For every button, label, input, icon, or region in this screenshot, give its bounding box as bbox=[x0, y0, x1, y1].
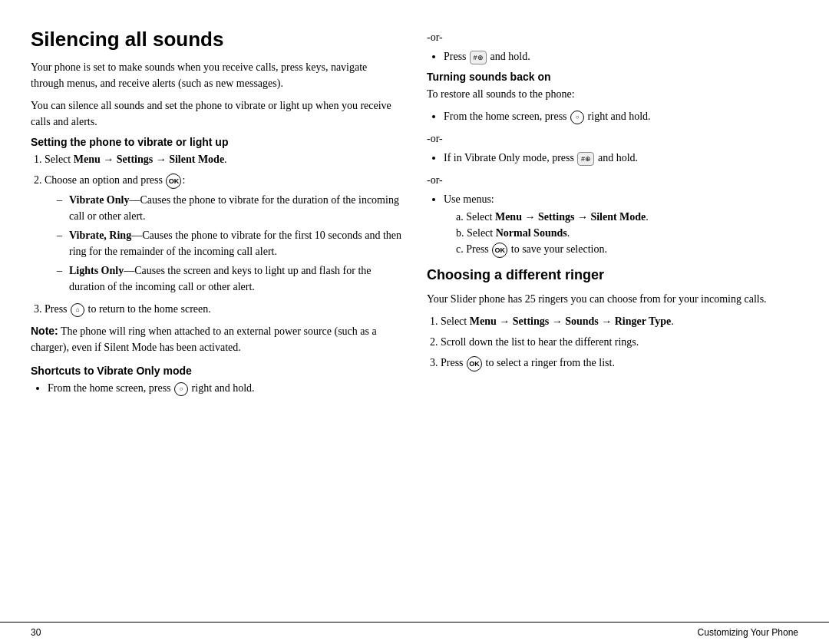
section4-title: Choosing a different ringer bbox=[427, 267, 798, 283]
ringer-step-2: Scroll down the list to hear the differe… bbox=[441, 334, 798, 350]
hash-icon-1: #⊕ bbox=[470, 51, 487, 64]
alpha-a-label: a. bbox=[456, 211, 464, 223]
alpha-b: b. Select Normal Sounds. bbox=[456, 225, 798, 241]
ringer-intro: Your Slider phone has 25 ringers you can… bbox=[427, 291, 798, 307]
page-number: 30 bbox=[31, 627, 41, 638]
shortcut-home-item: From the home screen, press ○ right and … bbox=[48, 380, 402, 396]
main-title: Silencing all sounds bbox=[31, 28, 402, 51]
section-ringer: Choosing a different ringer Your Slider … bbox=[427, 267, 798, 372]
hash-bullet-list: Press #⊕ and hold. bbox=[444, 48, 798, 64]
use-menus-text: Use menus: bbox=[444, 193, 494, 205]
ringer-step1-bold: Menu → Settings → Sounds → Ringer Type bbox=[470, 315, 672, 327]
alpha-c: c. Press OK to save your selection. bbox=[456, 241, 798, 258]
bullet-home-end: right and hold. bbox=[585, 111, 651, 122]
hash-bullet-item: Press #⊕ and hold. bbox=[444, 48, 798, 64]
right-bullet1-end: and hold. bbox=[487, 51, 530, 62]
vibrate-mode-item: If in Vibrate Only mode, press #⊕ and ho… bbox=[444, 150, 798, 166]
restore-intro: To restore all sounds to the phone: bbox=[427, 86, 798, 102]
ok-icon-ringer: OK bbox=[467, 356, 482, 372]
lights-only-option: Lights Only—Causes the screen and keys t… bbox=[57, 263, 402, 295]
alpha-b-end: . bbox=[567, 227, 570, 239]
vibrate-only-option: Vibrate Only—Causes the phone to vibrate… bbox=[57, 192, 402, 224]
step1-text-end: . bbox=[224, 154, 227, 165]
or-line-3: -or- bbox=[427, 172, 798, 188]
shortcut-text-start: From the home screen, press bbox=[48, 382, 173, 394]
step-2: Choose an option and press OK: Vibrate O… bbox=[45, 172, 402, 295]
restore-home-item: From the home screen, press ○ right and … bbox=[444, 108, 798, 124]
alpha-b-bold: Normal Sounds bbox=[496, 227, 567, 239]
note-label: Note: bbox=[31, 325, 58, 337]
intro-para-1: Your phone is set to make sounds when yo… bbox=[31, 59, 402, 91]
hash-icon-2: #⊕ bbox=[577, 152, 594, 166]
ok-icon-alpha-c: OK bbox=[492, 243, 507, 258]
use-menus-list: Use menus: a. Select Menu → Settings → S… bbox=[444, 191, 798, 258]
ok-icon: OK bbox=[166, 173, 181, 189]
alpha-list: a. Select Menu → Settings → Silent Mode.… bbox=[456, 209, 798, 258]
alpha-b-start: Select bbox=[467, 227, 496, 239]
home-icon-step3: ⌂ bbox=[71, 303, 84, 317]
section-vibrate-setup: Setting the phone to vibrate or light up… bbox=[31, 136, 402, 355]
section-turning-sounds: Turning sounds back on To restore all so… bbox=[427, 71, 798, 258]
step-1: Select Menu → Settings → Silent Mode. bbox=[45, 151, 402, 167]
intro-para-2: You can silence all sounds and set the p… bbox=[31, 97, 402, 130]
alpha-a-bold: Menu → Settings → Silent Mode bbox=[495, 211, 646, 223]
alpha-b-label: b. bbox=[456, 227, 464, 239]
section3-title: Turning sounds back on bbox=[427, 71, 798, 83]
shortcut-text-end: right and hold. bbox=[189, 382, 255, 394]
step1-text-start: Select bbox=[45, 154, 74, 165]
home-icon-restore: ○ bbox=[570, 111, 584, 124]
page-label: Customizing Your Phone bbox=[698, 627, 798, 638]
alpha-c-end: to save your selection. bbox=[508, 243, 607, 255]
alpha-c-start: Press bbox=[466, 243, 491, 255]
step2-end: : bbox=[182, 174, 185, 186]
right-bullet1-start: Press bbox=[444, 51, 469, 62]
step1-bold: Menu → Settings → Silent Mode bbox=[74, 154, 224, 165]
ringer-step-1: Select Menu → Settings → Sounds → Ringer… bbox=[441, 313, 798, 329]
right-column: -or- Press #⊕ and hold. Turning sounds b… bbox=[427, 28, 798, 606]
vibrate-ring-label: Vibrate, Ring bbox=[69, 230, 131, 241]
step3-start: Press bbox=[45, 303, 70, 315]
step3-end: to return to the home screen. bbox=[85, 303, 211, 315]
bullet-vibrate-start: If in Vibrate Only mode, press bbox=[444, 152, 576, 163]
or-line-1: -or- bbox=[427, 29, 798, 45]
left-column: Silencing all sounds Your phone is set t… bbox=[31, 28, 402, 606]
note-text: The phone will ring when attached to an … bbox=[31, 325, 377, 353]
step2-start: Choose an option and press bbox=[45, 174, 165, 186]
vibrate-only-label: Vibrate Only bbox=[69, 194, 129, 206]
ringer-step3-end: to select a ringer from the list. bbox=[483, 357, 615, 368]
ringer-step-3: Press OK to select a ringer from the lis… bbox=[441, 355, 798, 372]
bullet-vibrate-end: and hold. bbox=[595, 152, 638, 163]
shortcuts-list: From the home screen, press ○ right and … bbox=[48, 380, 402, 396]
section2-title: Shortcuts to Vibrate Only mode bbox=[31, 365, 402, 377]
note-paragraph: Note: The phone will ring when attached … bbox=[31, 323, 402, 355]
ringer-step1-start: Select bbox=[441, 315, 470, 327]
alpha-a-start: Select bbox=[466, 211, 495, 223]
or-line-2: -or- bbox=[427, 130, 798, 147]
restore-list: From the home screen, press ○ right and … bbox=[444, 108, 798, 124]
alpha-a-end: . bbox=[646, 211, 649, 223]
alpha-c-label: c. bbox=[456, 243, 464, 255]
step-3: Press ⌂ to return to the home screen. bbox=[45, 301, 402, 317]
vibrate-steps-list: Select Menu → Settings → Silent Mode. Ch… bbox=[45, 151, 402, 317]
alpha-a: a. Select Menu → Settings → Silent Mode. bbox=[456, 209, 798, 225]
home-icon-shortcut: ○ bbox=[174, 382, 188, 396]
lights-only-label: Lights Only bbox=[69, 265, 124, 276]
section-shortcuts: Shortcuts to Vibrate Only mode From the … bbox=[31, 365, 402, 396]
vibrate-mode-list: If in Vibrate Only mode, press #⊕ and ho… bbox=[444, 150, 798, 166]
bullet-home-start: From the home screen, press bbox=[444, 111, 570, 122]
use-menus-item: Use menus: a. Select Menu → Settings → S… bbox=[444, 191, 798, 258]
ringer-steps-list: Select Menu → Settings → Sounds → Ringer… bbox=[441, 313, 798, 372]
vibrate-ring-option: Vibrate, Ring—Causes the phone to vibrat… bbox=[57, 227, 402, 259]
page-footer: 30 Customizing Your Phone bbox=[0, 622, 829, 644]
vibrate-options-list: Vibrate Only—Causes the phone to vibrate… bbox=[57, 192, 402, 295]
ringer-step3-start: Press bbox=[441, 357, 466, 368]
ringer-step1-end: . bbox=[671, 315, 674, 327]
section1-title: Setting the phone to vibrate or light up bbox=[31, 136, 402, 148]
